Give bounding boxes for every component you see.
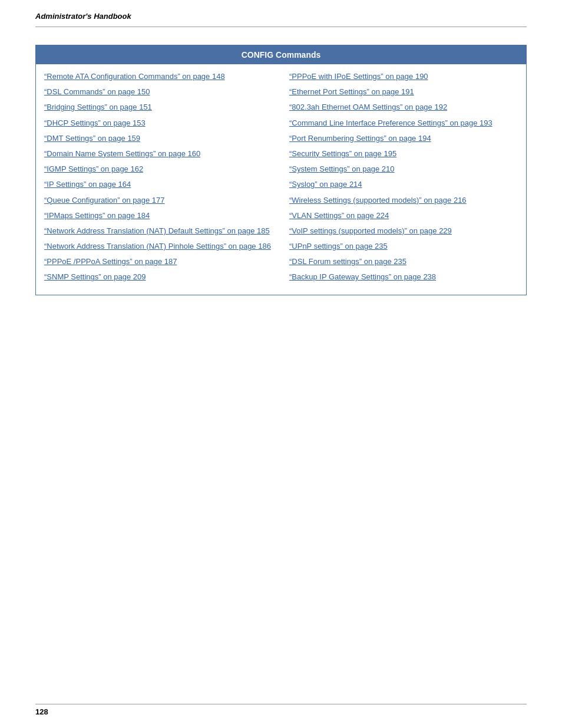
left-link-item[interactable]: “DHCP Settings” on page 153 [44, 118, 273, 129]
right-link-item[interactable]: “Port Renumbering Settings” on page 194 [289, 133, 518, 144]
right-link-item[interactable]: “802.3ah Ethernet OAM Settings” on page … [289, 102, 518, 113]
right-link-item[interactable]: “Backup IP Gateway Settings” on page 238 [289, 272, 518, 282]
page: Administrator's Handbook CONFIG Commands… [0, 0, 562, 728]
right-link-item[interactable]: “Security Settings” on page 195 [289, 149, 518, 159]
left-link-item[interactable]: “IPMaps Settings” on page 184 [44, 210, 273, 221]
right-link-item[interactable]: “Ethernet Port Settings” on page 191 [289, 87, 518, 97]
left-link-item[interactable]: “Network Address Translation (NAT) Pinho… [44, 241, 273, 252]
right-link-item[interactable]: “UPnP settings” on page 235 [289, 241, 518, 252]
right-link-item[interactable]: “DSL Forum settings” on page 235 [289, 256, 518, 267]
left-link-item[interactable]: “Domain Name System Settings” on page 16… [44, 149, 273, 159]
left-link-item[interactable]: “Bridging Settings” on page 151 [44, 102, 273, 113]
left-link-item[interactable]: “Network Address Translation (NAT) Defau… [44, 226, 273, 236]
page-header: Administrator's Handbook [35, 12, 527, 27]
right-column: “PPPoE with IPoE Settings” on page 190“E… [281, 69, 526, 290]
left-link-item[interactable]: “Queue Configuration” on page 177 [44, 195, 273, 206]
left-link-item[interactable]: “PPPoE /PPPoA Settings” on page 187 [44, 256, 273, 267]
left-column: “Remote ATA Configuration Commands” on p… [36, 69, 281, 290]
footer-divider [35, 704, 527, 704]
right-link-item[interactable]: “VLAN Settings” on page 224 [289, 210, 518, 221]
page-number: 128 [35, 707, 48, 716]
left-link-item[interactable]: “DMT Settings” on page 159 [44, 133, 273, 144]
right-link-item[interactable]: “Command Line Interface Preference Setti… [289, 118, 518, 129]
right-link-item[interactable]: “PPPoE with IPoE Settings” on page 190 [289, 71, 518, 82]
right-link-item[interactable]: “System Settings” on page 210 [289, 164, 518, 174]
left-link-item[interactable]: “DSL Commands” on page 150 [44, 87, 273, 97]
right-link-item[interactable]: “Wireless Settings (supported models)” o… [289, 195, 518, 206]
left-link-item[interactable]: “IP Settings” on page 164 [44, 179, 273, 190]
table-body: “Remote ATA Configuration Commands” on p… [36, 64, 526, 295]
table-title: CONFIG Commands [36, 45, 526, 64]
header-title: Administrator's Handbook [35, 12, 131, 21]
left-link-item[interactable]: “IGMP Settings” on page 162 [44, 164, 273, 174]
right-link-item[interactable]: “Syslog” on page 214 [289, 179, 518, 190]
config-commands-table: CONFIG Commands “Remote ATA Configuratio… [35, 45, 527, 295]
left-link-item[interactable]: “SNMP Settings” on page 209 [44, 272, 273, 282]
right-link-item[interactable]: “VoIP settings (supported models)” on pa… [289, 226, 518, 236]
left-link-item[interactable]: “Remote ATA Configuration Commands” on p… [44, 71, 273, 82]
